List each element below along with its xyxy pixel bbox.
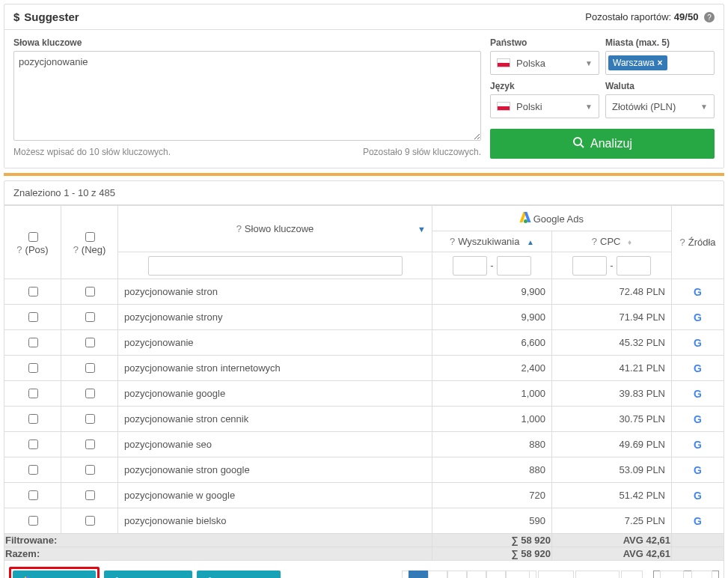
filter-keyword-input[interactable]: [148, 256, 403, 276]
sort-icon[interactable]: ▼: [417, 225, 426, 234]
cell-searches: 6,600: [432, 330, 552, 356]
table-row: pozycjonowanie google1,00039.83 PLNG: [4, 381, 724, 407]
pos-checkbox[interactable]: [28, 338, 38, 347]
sort-icon[interactable]: ♦: [628, 238, 631, 246]
currency-select[interactable]: Złotówki (PLN) ▼: [605, 94, 715, 118]
pos-checkbox[interactable]: [28, 312, 38, 322]
neg-checkbox[interactable]: [85, 338, 95, 347]
google-icon: G: [694, 439, 702, 451]
help-icon[interactable]: ?: [16, 244, 22, 255]
city-tag[interactable]: Warszawa ×: [608, 55, 667, 70]
pager-ellipsis[interactable]: ...: [621, 571, 643, 579]
neg-checkbox[interactable]: [85, 287, 95, 296]
cities-input[interactable]: Warszawa ×: [605, 51, 715, 75]
language-value: Polski: [516, 101, 542, 112]
pager-page[interactable]: 3: [447, 571, 467, 579]
pos-checkbox[interactable]: [28, 516, 38, 526]
pos-checkbox[interactable]: [28, 414, 38, 424]
total-avg-cpc: AVG 42,61: [552, 547, 672, 561]
country-value: Polska: [516, 58, 545, 69]
chevron-down-icon: ▼: [700, 103, 708, 111]
col-cpc[interactable]: ?CPC ♦: [552, 231, 672, 252]
filter-cpc-min[interactable]: [572, 256, 607, 276]
neg-checkbox[interactable]: [85, 414, 95, 424]
filter-searches-max[interactable]: [497, 256, 531, 276]
pager-page[interactable]: 1: [409, 571, 428, 579]
cell-source: G: [672, 407, 724, 432]
cell-cpc: 51.42 PLN: [552, 483, 672, 508]
help-icon[interactable]: ?: [704, 12, 715, 22]
neg-checkbox[interactable]: [85, 465, 95, 475]
cell-source: G: [672, 279, 724, 305]
help-icon[interactable]: ?: [73, 244, 79, 255]
pager-last[interactable]: Ostatni: [575, 571, 620, 579]
filter-cpc-cell: -: [552, 252, 672, 279]
cell-cpc: 72.48 PLN: [552, 279, 672, 305]
google-ads-button[interactable]: Google Ads: [13, 571, 96, 578]
cell-searches: 720: [432, 483, 552, 508]
footer-bar: Google Ads ⬇ Export: Excel ⬇ Export: CSV…: [4, 561, 724, 578]
table-row: pozycjonowanie seo88049.69 PLNG: [4, 432, 724, 457]
filter-cpc-max[interactable]: [617, 256, 651, 276]
google-icon: G: [694, 515, 702, 527]
google-icon: G: [694, 413, 702, 425]
cell-keyword: pozycjonowanie google: [118, 381, 432, 407]
pos-checkbox[interactable]: [28, 287, 38, 296]
filtered-avg-cpc: AVG 42,61: [552, 534, 672, 547]
analyze-button[interactable]: Analizuj: [490, 129, 715, 159]
divider: [4, 173, 724, 176]
pos-checkbox[interactable]: [28, 465, 38, 475]
pos-checkbox[interactable]: [28, 439, 38, 449]
col-keyword[interactable]: ?Słowo kluczowe ▼: [118, 206, 432, 252]
cell-source: G: [672, 457, 724, 483]
cell-cpc: 7.25 PLN: [552, 508, 672, 534]
results-summary: Znaleziono 1 - 10 z 485: [4, 180, 724, 205]
pager-prev[interactable]: Poprzedni: [344, 571, 400, 579]
pos-checkbox[interactable]: [28, 363, 38, 373]
sort-asc-icon[interactable]: ▲: [527, 238, 534, 246]
pager-next[interactable]: Dalej: [538, 571, 574, 579]
neg-checkbox[interactable]: [85, 516, 95, 526]
keywords-textarea[interactable]: pozycjonowanie: [13, 51, 481, 141]
table-row: pozycjonowanie6,60045.32 PLNG: [4, 330, 724, 356]
help-icon[interactable]: ?: [679, 237, 685, 248]
page-size-select[interactable]: 10 ▼: [653, 571, 719, 579]
filtered-label: Filtrowane:: [4, 534, 432, 547]
export-csv-button[interactable]: ⬇ Export: CSV: [197, 571, 281, 578]
close-icon[interactable]: ×: [658, 58, 663, 68]
results-table: ?(Pos) ?(Neg) ?Słowo kluczowe ▼ Google A…: [4, 205, 724, 561]
pager-page[interactable]: 5: [486, 571, 506, 579]
neg-checkbox[interactable]: [85, 389, 95, 398]
neg-checkbox[interactable]: [85, 312, 95, 322]
neg-checkbox[interactable]: [85, 490, 95, 500]
pager-first[interactable]: Pierwszy: [292, 571, 343, 579]
pos-checkbox[interactable]: [28, 389, 38, 398]
pos-checkbox-all[interactable]: [28, 232, 38, 242]
keywords-hint-left: Możesz wpisać do 10 słów kluczowych.: [13, 147, 171, 157]
total-label: Razem:: [4, 547, 432, 561]
neg-checkbox[interactable]: [85, 363, 95, 373]
pager-page[interactable]: 2: [428, 571, 447, 579]
city-tag-label: Warszawa: [613, 58, 655, 68]
help-icon[interactable]: ?: [236, 223, 242, 234]
export-excel-button[interactable]: ⬇ Export: Excel: [104, 571, 192, 578]
pager-page[interactable]: 49: [506, 571, 530, 579]
pos-checkbox[interactable]: [28, 490, 38, 500]
cities-label: Miasta (max. 5): [605, 37, 715, 48]
neg-checkbox[interactable]: [85, 439, 95, 449]
help-icon[interactable]: ?: [592, 236, 597, 247]
cell-source: G: [672, 356, 724, 381]
filter-searches-min[interactable]: [453, 256, 487, 276]
language-select[interactable]: Polski ▼: [490, 94, 599, 118]
page-title-text: Suggester: [24, 10, 79, 23]
cell-searches: 9,900: [432, 305, 552, 330]
col-searches[interactable]: ?Wyszukiwania ▲: [432, 231, 552, 252]
suggester-panel: $ Suggester Pozostało raportów: 49/50 ? …: [4, 4, 724, 168]
country-select[interactable]: Polska ▼: [490, 51, 599, 75]
help-icon[interactable]: ?: [450, 236, 455, 247]
neg-checkbox-all[interactable]: [85, 232, 95, 242]
chevron-down-icon: ▼: [585, 103, 593, 111]
pager-page[interactable]: 4: [467, 571, 486, 579]
cell-keyword: pozycjonowanie stron cennik: [118, 407, 432, 432]
cell-keyword: pozycjonowanie seo: [118, 432, 432, 457]
